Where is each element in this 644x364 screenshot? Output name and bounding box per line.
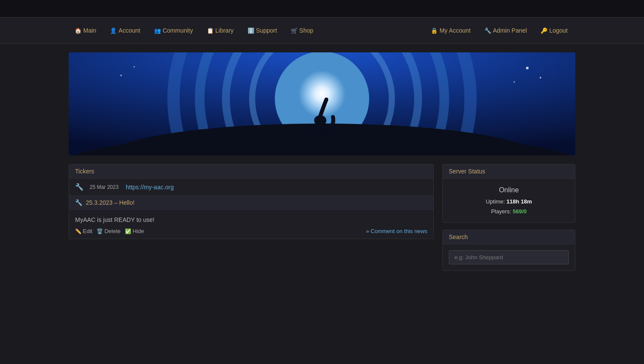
svg-point-9: [120, 75, 122, 76]
nav-shop[interactable]: 🛒Shop: [285, 24, 320, 37]
hide-icon: ✅: [125, 228, 131, 234]
ticker-link[interactable]: https://my-aac.org: [126, 184, 174, 191]
delete-icon: 🗑️: [97, 228, 103, 234]
navbar: 🏠Main 👤Account 👥Community 📋Library ℹ️Sup…: [0, 17, 644, 44]
right-panel: Server Status Online Uptime: 118h 18m Pl…: [442, 164, 575, 271]
players-row: Players: 569/0: [449, 208, 569, 215]
comment-link[interactable]: » Comment on this news: [366, 228, 427, 234]
svg-point-8: [514, 82, 515, 83]
library-icon: 📋: [207, 27, 214, 34]
status-online: Online: [449, 186, 569, 194]
lock-icon: 🔒: [431, 27, 438, 34]
nav-account[interactable]: 👤Account: [104, 24, 146, 37]
ticker-url[interactable]: https://my-aac.org: [126, 184, 174, 191]
search-box: Search: [442, 230, 575, 271]
nav-community[interactable]: 👥Community: [148, 24, 199, 37]
nav-my-account[interactable]: 🔒My Account: [425, 24, 476, 37]
nav-support[interactable]: ℹ️Support: [242, 24, 283, 37]
account-icon: 👤: [110, 27, 117, 34]
server-status-header: Server Status: [443, 164, 575, 179]
edit-icon: ✏️: [75, 228, 82, 234]
nav-library[interactable]: 📋Library: [201, 24, 240, 37]
banner: [69, 52, 575, 155]
community-icon: 👥: [154, 27, 161, 34]
delete-button[interactable]: 🗑️ Delete: [97, 228, 121, 234]
news-actions: ✏️ Edit 🗑️ Delete ✅ Hide » Comment on th…: [69, 228, 433, 239]
server-status-body: Online Uptime: 118h 18m Players: 569/0: [443, 179, 575, 222]
home-icon: 🏠: [75, 27, 82, 34]
uptime-row: Uptime: 118h 18m: [449, 198, 569, 205]
left-panel: Tickers 🔧 25 Mar 2023 https://my-aac.org…: [69, 164, 434, 239]
ticker-icon: 🔧: [75, 183, 84, 191]
ticker-date: 25 Mar 2023: [90, 184, 120, 190]
edit-button[interactable]: ✏️ Edit: [75, 228, 92, 234]
uptime-value: 118h 18m: [507, 198, 532, 205]
wrench-icon: 🔧: [484, 27, 491, 34]
tickers-header: Tickers: [69, 164, 433, 179]
ticker-row: 🔧 25 Mar 2023 https://my-aac.org: [69, 179, 433, 196]
news-body: MyAAC is just READY to use!: [69, 210, 433, 228]
hide-button[interactable]: ✅ Hide: [125, 228, 144, 234]
svg-point-7: [540, 77, 541, 79]
support-icon: ℹ️: [248, 27, 254, 34]
svg-point-10: [133, 66, 135, 67]
news-title-icon: 🔧: [75, 199, 82, 206]
search-body: [443, 244, 575, 270]
logout-icon: 🔑: [541, 27, 547, 34]
nav-main[interactable]: 🏠Main: [69, 24, 102, 37]
shop-icon: 🛒: [291, 27, 298, 34]
news-title-row: 🔧 25.3.2023 – Hello!: [69, 196, 433, 210]
players-value: 569/0: [513, 208, 527, 215]
top-bar: [0, 0, 644, 17]
nav-admin-panel[interactable]: 🔧Admin Panel: [478, 24, 533, 37]
search-header: Search: [443, 230, 575, 244]
nav-logout[interactable]: 🔑Logout: [535, 24, 574, 37]
server-status-box: Server Status Online Uptime: 118h 18m Pl…: [442, 164, 575, 223]
svg-point-6: [526, 67, 529, 69]
search-input[interactable]: [449, 250, 569, 264]
tickers-box: Tickers 🔧 25 Mar 2023 https://my-aac.org…: [69, 164, 434, 239]
main-content: Tickers 🔧 25 Mar 2023 https://my-aac.org…: [69, 164, 575, 271]
news-title: 25.3.2023 – Hello!: [86, 199, 135, 206]
